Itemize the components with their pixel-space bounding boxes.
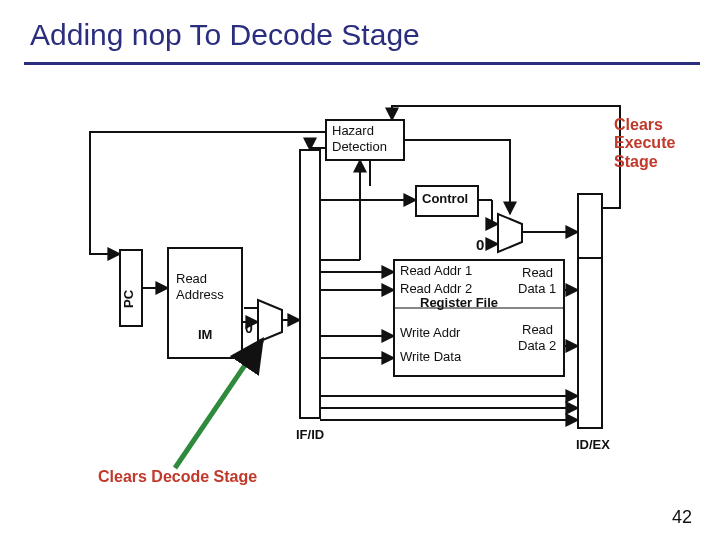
read-d1b: Data 1 [518, 282, 556, 297]
clears-decode-label: Clears Decode Stage [98, 468, 257, 486]
im-label: IM [198, 328, 212, 343]
read-addr-l1: Read [176, 272, 207, 287]
read-d2b: Data 2 [518, 339, 556, 354]
svg-rect-0 [120, 250, 142, 326]
clears-execute-label: Clears Execute Stage [614, 116, 704, 171]
pipeline-diagram [0, 0, 720, 540]
read-addr-l2: Address [176, 288, 224, 303]
control-label: Control [422, 192, 468, 207]
read-d2a: Read [522, 323, 553, 338]
write-addr: Write Addr [400, 326, 460, 341]
ifid-label: IF/ID [296, 428, 324, 443]
regfile-label: Register File [420, 296, 498, 311]
read-addr1: Read Addr 1 [400, 264, 472, 279]
read-d1a: Read [522, 266, 553, 281]
hazard-label-1: Hazard [332, 124, 374, 139]
svg-rect-4 [300, 150, 320, 418]
svg-rect-10 [578, 194, 602, 428]
idex-label: ID/EX [576, 438, 610, 453]
svg-marker-2 [258, 300, 282, 342]
svg-marker-7 [498, 214, 522, 252]
write-data: Write Data [400, 350, 461, 365]
svg-line-29 [175, 340, 262, 468]
zero-mux: 0 [245, 320, 253, 336]
hazard-label-2: Detection [332, 140, 387, 155]
zero-top: 0 [476, 236, 484, 253]
pc-label: PC [122, 290, 137, 308]
